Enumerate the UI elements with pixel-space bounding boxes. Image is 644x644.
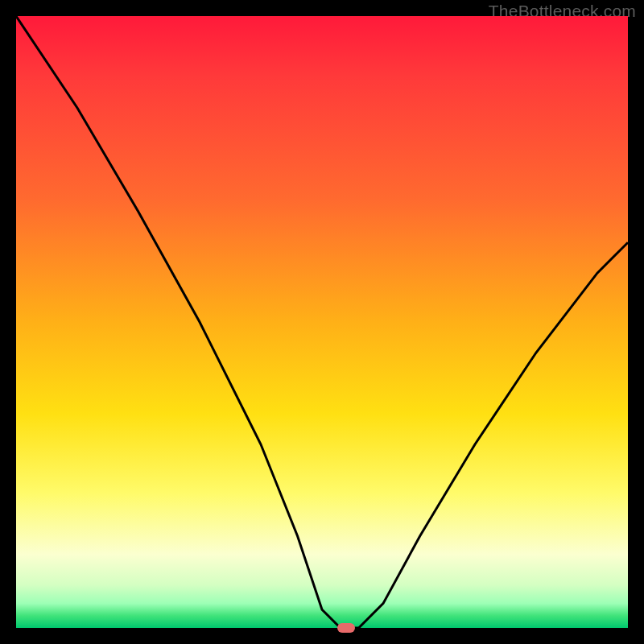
plot-area [16,16,628,628]
chart-frame: TheBottleneck.com [0,0,644,644]
bottleneck-curve [16,16,628,628]
curve-path [16,16,628,628]
optimal-point-marker [337,623,355,633]
